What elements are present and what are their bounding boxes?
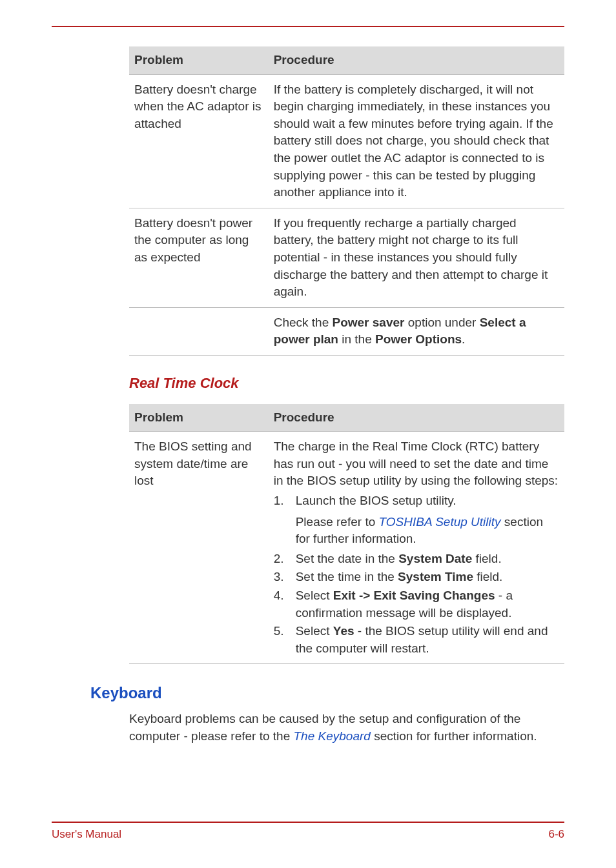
- txt: field.: [472, 552, 501, 565]
- table-row: Battery doesn't power the computer as lo…: [129, 208, 564, 307]
- txt: in the: [338, 332, 375, 346]
- txt: option under: [404, 316, 479, 329]
- table-row: Battery doesn't charge when the AC adapt…: [129, 74, 564, 208]
- table1-header-procedure: Procedure: [269, 46, 564, 74]
- step-4: 4.Select Exit -> Exit Saving Changes - a…: [274, 587, 559, 621]
- txt: Set the time in the: [296, 570, 398, 583]
- step-2: 2.Set the date in the System Date field.: [274, 550, 559, 568]
- table1-row1-problem: Battery doesn't charge when the AC adapt…: [129, 74, 269, 208]
- page-footer: User's Manual 6-6: [52, 822, 564, 842]
- table2-header-problem: Problem: [129, 404, 269, 432]
- table1-row3-empty: [129, 307, 269, 355]
- txt: .: [462, 332, 465, 346]
- footer-left: User's Manual: [52, 827, 121, 842]
- table1-row2-procedure: If you frequently recharge a partially c…: [269, 208, 564, 307]
- table1-row3-procedure: Check the Power saver option under Selec…: [269, 307, 564, 355]
- footer-rule: [52, 822, 564, 823]
- step-text: Launch the BIOS setup utility.: [296, 494, 457, 507]
- table-row: Check the Power saver option under Selec…: [129, 307, 564, 355]
- rtc-intro: The charge in the Real Time Clock (RTC) …: [274, 438, 559, 490]
- the-keyboard-link[interactable]: The Keyboard: [294, 729, 371, 743]
- footer-page-number: 6-6: [548, 827, 564, 842]
- step-num: 5.: [274, 623, 284, 640]
- yes-bold: Yes: [333, 624, 354, 638]
- step-1-note: Please refer to TOSHIBA Setup Utility se…: [274, 514, 559, 548]
- step-num: 2.: [274, 550, 284, 568]
- table2-row-problem: The BIOS setting and system date/time ar…: [129, 432, 269, 664]
- table-row: The BIOS setting and system date/time ar…: [129, 432, 564, 664]
- txt: field.: [473, 570, 502, 583]
- txt: Please refer to: [296, 515, 379, 529]
- step-3: 3.Set the time in the System Time field.: [274, 569, 559, 586]
- exit-saving-bold: Exit -> Exit Saving Changes: [333, 589, 495, 602]
- system-date-bold: System Date: [398, 552, 472, 565]
- power-saver-bold: Power saver: [333, 316, 405, 329]
- txt: Select: [296, 589, 333, 602]
- txt: Select: [296, 624, 333, 638]
- rtc-troubleshooting-table: Problem Procedure The BIOS setting and s…: [129, 404, 564, 665]
- step-5: 5.Select Yes - the BIOS setup utility wi…: [274, 623, 559, 657]
- txt: Set the date in the: [296, 552, 399, 565]
- table2-header-procedure: Procedure: [269, 404, 564, 432]
- header-rule: [52, 26, 564, 27]
- keyboard-heading: Keyboard: [90, 682, 564, 704]
- keyboard-body: Keyboard problems can be caused by the s…: [129, 711, 564, 745]
- table2-row-procedure: The charge in the Real Time Clock (RTC) …: [269, 432, 564, 664]
- txt: section for further information.: [371, 729, 537, 743]
- toshiba-setup-utility-link[interactable]: TOSHIBA Setup Utility: [379, 515, 501, 529]
- table1-header-problem: Problem: [129, 46, 269, 74]
- step-num: 3.: [274, 569, 284, 586]
- rtc-heading: Real Time Clock: [129, 374, 564, 394]
- power-options-bold: Power Options: [375, 332, 462, 346]
- txt: Check the: [274, 316, 333, 329]
- system-time-bold: System Time: [398, 570, 473, 583]
- step-1: 1.Launch the BIOS setup utility.: [274, 492, 559, 510]
- battery-troubleshooting-table: Problem Procedure Battery doesn't charge…: [129, 46, 564, 356]
- table1-row1-procedure: If the battery is completely discharged,…: [269, 74, 564, 208]
- step-num: 1.: [274, 492, 284, 510]
- table1-row2-problem: Battery doesn't power the computer as lo…: [129, 208, 269, 307]
- step-num: 4.: [274, 587, 284, 605]
